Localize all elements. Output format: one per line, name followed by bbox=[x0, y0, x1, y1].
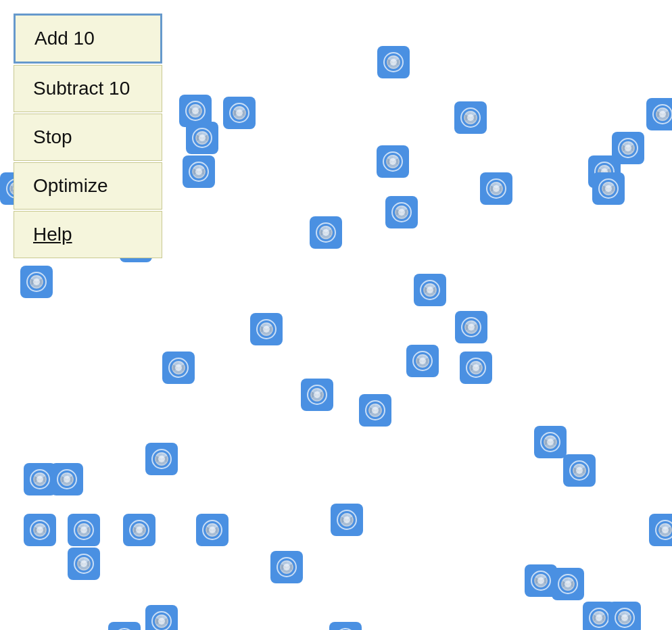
svg-point-76 bbox=[389, 158, 396, 165]
svg-point-25 bbox=[158, 456, 165, 462]
svg-point-10 bbox=[195, 168, 202, 175]
chrome-icon bbox=[145, 443, 178, 475]
svg-point-70 bbox=[343, 516, 350, 523]
svg-point-106 bbox=[537, 577, 544, 584]
svg-point-4 bbox=[236, 110, 243, 116]
svg-point-82 bbox=[427, 287, 433, 293]
chrome-icon bbox=[20, 266, 53, 298]
chrome-icon bbox=[608, 602, 641, 630]
chrome-icon bbox=[310, 216, 342, 249]
help-button[interactable]: Help bbox=[14, 211, 162, 258]
chrome-icon bbox=[534, 426, 567, 458]
optimize-button[interactable]: Optimize bbox=[14, 162, 162, 210]
svg-point-58 bbox=[263, 326, 270, 333]
svg-point-73 bbox=[390, 59, 397, 66]
svg-point-7 bbox=[199, 135, 206, 141]
chrome-icon bbox=[186, 122, 218, 154]
chrome-icon bbox=[162, 352, 195, 384]
svg-point-43 bbox=[209, 527, 216, 533]
chrome-icon bbox=[455, 311, 487, 343]
svg-point-37 bbox=[80, 527, 87, 533]
chrome-icon bbox=[385, 196, 418, 228]
chrome-icon bbox=[454, 101, 487, 134]
svg-point-112 bbox=[596, 614, 602, 621]
svg-point-115 bbox=[621, 614, 628, 621]
chrome-icon bbox=[108, 622, 141, 630]
chrome-icon bbox=[301, 379, 333, 411]
svg-point-67 bbox=[372, 407, 379, 414]
chrome-icon bbox=[377, 145, 409, 178]
svg-point-91 bbox=[467, 114, 474, 121]
chrome-icon bbox=[183, 155, 215, 188]
subtract10-button[interactable]: Subtract 10 bbox=[14, 65, 162, 112]
svg-point-1 bbox=[192, 107, 199, 114]
chrome-icon bbox=[223, 97, 256, 129]
svg-point-52 bbox=[158, 618, 165, 625]
svg-point-22 bbox=[175, 364, 182, 371]
add10-button[interactable]: Add 10 bbox=[14, 14, 162, 64]
chrome-icon bbox=[250, 313, 283, 345]
svg-point-64 bbox=[322, 229, 329, 236]
svg-point-109 bbox=[565, 581, 571, 587]
chrome-icon bbox=[24, 514, 56, 546]
chrome-icon bbox=[123, 514, 155, 546]
chrome-icon bbox=[68, 514, 100, 546]
chrome-icon bbox=[592, 172, 625, 205]
svg-point-28 bbox=[37, 476, 43, 483]
svg-point-79 bbox=[398, 209, 405, 216]
chrome-icon bbox=[460, 352, 492, 384]
chrome-icon bbox=[329, 622, 362, 630]
stop-button[interactable]: Stop bbox=[14, 114, 162, 161]
svg-point-88 bbox=[468, 324, 475, 331]
chrome-icon bbox=[145, 605, 178, 630]
svg-point-100 bbox=[547, 439, 554, 445]
svg-point-61 bbox=[314, 391, 320, 398]
chrome-icon bbox=[359, 394, 391, 427]
chrome-icon bbox=[480, 172, 512, 205]
svg-point-40 bbox=[136, 527, 143, 533]
svg-point-49 bbox=[283, 564, 290, 571]
button-panel: Add 10 Subtract 10 Stop Optimize Help bbox=[14, 14, 162, 260]
chrome-icon bbox=[414, 274, 446, 306]
chrome-icon bbox=[68, 548, 100, 580]
chrome-icon bbox=[563, 454, 596, 487]
svg-point-103 bbox=[576, 467, 583, 474]
chrome-icon bbox=[377, 46, 410, 78]
chrome-icon bbox=[552, 568, 584, 600]
svg-point-121 bbox=[625, 145, 631, 151]
svg-point-85 bbox=[419, 358, 426, 364]
svg-point-94 bbox=[493, 185, 500, 192]
chrome-icon bbox=[646, 98, 672, 130]
chrome-icon bbox=[196, 514, 229, 546]
svg-point-127 bbox=[659, 111, 666, 118]
svg-point-31 bbox=[64, 476, 70, 483]
svg-point-130 bbox=[662, 527, 669, 533]
chrome-icon bbox=[331, 504, 363, 536]
svg-point-46 bbox=[80, 560, 87, 567]
chrome-icon bbox=[612, 132, 644, 164]
chrome-icon bbox=[406, 345, 439, 377]
chrome-icon bbox=[649, 514, 672, 546]
chrome-icon bbox=[51, 463, 83, 495]
svg-point-124 bbox=[605, 185, 612, 192]
svg-point-34 bbox=[37, 527, 43, 533]
svg-point-16 bbox=[33, 278, 40, 285]
svg-point-97 bbox=[473, 364, 479, 371]
chrome-icon bbox=[270, 551, 303, 583]
